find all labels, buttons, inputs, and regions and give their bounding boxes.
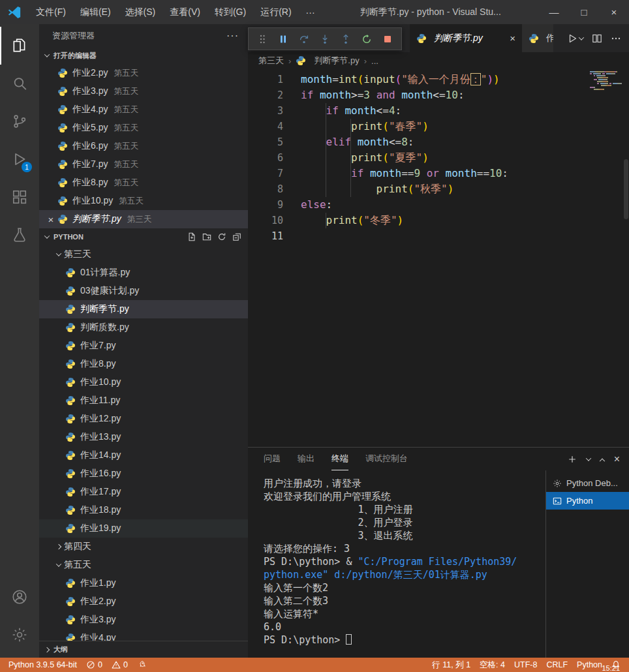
split-editor-button[interactable] [592,33,602,44]
new-terminal-button[interactable] [568,455,577,464]
editor-scrollbar[interactable] [624,159,628,219]
tree-file[interactable]: 作业4.py [39,629,248,641]
new-file-button[interactable] [187,232,196,241]
tree-file[interactable]: 作业3.py [39,611,248,629]
code-text[interactable]: print("秋季") [301,181,453,197]
activity-extensions[interactable] [0,178,39,216]
terminal-list-item[interactable]: Python Deb... [546,474,629,492]
tree-file[interactable]: 作业11.py [39,391,248,410]
panel-tab[interactable]: 问题 [264,448,281,470]
open-editor-item[interactable]: 作业7.py第五天 [39,155,248,174]
code-text[interactable]: print("春季") [301,119,429,134]
tree-file[interactable]: 作业12.py [39,410,248,428]
menu-item[interactable]: 选择(S) [118,0,163,24]
new-folder-button[interactable] [202,232,211,241]
tree-file[interactable]: 03健康计划.py [39,282,248,300]
sidebar-more-actions-button[interactable]: ··· [226,30,239,42]
tree-file[interactable]: 作业16.py [39,465,248,483]
tree-file[interactable]: 作业18.py [39,501,248,519]
menu-item[interactable]: ··· [299,0,322,24]
drag-handle[interactable] [254,31,271,48]
breadcrumb-item[interactable]: ... [371,56,378,66]
tree-file[interactable]: 作业8.py [39,355,248,373]
minimap[interactable] [590,71,626,93]
python-section-header[interactable]: PYTHON [39,228,248,245]
terminal-list-item[interactable]: Python [546,492,629,510]
terminal[interactable]: 用户注册成功，请登录欢迎登录我们的用户管理系统 1、用户注册 2、用户登录 3、… [248,470,545,658]
open-editor-item[interactable]: 作业8.py第五天 [39,174,248,192]
tree-file[interactable]: 作业1.py [39,574,248,592]
close-panel-button[interactable]: × [614,453,620,465]
activity-run-debug[interactable]: 1 [0,140,39,178]
tree-file[interactable]: 作业2.py [39,592,248,611]
tree-file[interactable]: 作业10.py [39,373,248,391]
open-editor-item[interactable]: 作业5.py第五天 [39,119,248,137]
status-launch[interactable] [132,658,151,672]
status-encoding[interactable]: UTF-8 [510,658,542,672]
pause-button[interactable] [275,31,292,48]
status-indentation[interactable]: 空格: 4 [475,658,510,672]
maximize-button[interactable]: □ [569,0,599,24]
menu-item[interactable]: 转到(G) [207,0,253,24]
status-eol[interactable]: CRLF [542,658,572,672]
editor-tab[interactable]: 判断季节.py× [410,24,522,52]
close-button[interactable]: × [599,0,629,24]
collapse-folders-button[interactable] [232,232,241,241]
stop-button[interactable] [379,31,396,48]
open-editor-item[interactable]: 作业2.py第五天 [39,64,248,82]
debug-toolbar[interactable] [248,27,402,50]
tree-file[interactable]: 作业17.py [39,483,248,501]
breadcrumb-item[interactable]: 判断季节.py [296,55,359,67]
tree-file[interactable]: 作业7.py [39,337,248,355]
tree-folder[interactable]: 第五天 [39,556,248,574]
more-actions-button[interactable] [611,33,621,44]
panel-tab[interactable]: 调试控制台 [365,448,408,470]
run-python-file-button[interactable] [567,33,583,44]
open-editor-item[interactable]: 作业6.py第五天 [39,137,248,155]
tree-file[interactable]: 判断质数.py [39,318,248,337]
run-dropdown-icon[interactable] [579,35,584,40]
open-editor-item[interactable]: 作业10.py第五天 [39,192,248,210]
activity-search[interactable] [0,65,39,102]
editor-tab[interactable]: 作 [522,24,553,52]
tree-file[interactable]: 判断季节.py [39,300,248,318]
activity-testing[interactable] [0,216,39,254]
status-errors[interactable]: 0 [82,658,107,672]
code-text[interactable]: elif month<=8: [301,134,414,150]
activity-explorer[interactable] [0,27,39,65]
panel-tab[interactable]: 输出 [298,448,314,470]
code-text[interactable]: print("夏季") [301,150,429,166]
code-text[interactable]: month=int(input("输入一个月份：")) [301,72,500,87]
close-icon[interactable]: × [44,214,57,225]
activity-source-control[interactable] [0,102,39,140]
code-text[interactable]: if month>=3 and month<=10: [301,87,465,103]
code-editor[interactable]: 1month=int(input("输入一个月份："))2if month>=3… [248,69,629,447]
menu-item[interactable]: 文件(F) [29,0,73,24]
outline-section-header[interactable]: 大纲 [39,641,248,658]
menu-item[interactable]: 运行(R) [253,0,298,24]
open-editors-header[interactable]: 打开的编辑器 [39,47,248,64]
open-editor-item[interactable]: 作业4.py第五天 [39,100,248,119]
refresh-explorer-button[interactable] [217,232,226,241]
code-text[interactable]: if month<=4: [301,103,401,119]
tree-file[interactable]: 作业19.py [39,519,248,538]
tree-folder[interactable]: 第四天 [39,538,248,556]
code-text[interactable]: if month==9 or month==10: [301,166,508,181]
menu-item[interactable]: 查看(V) [162,0,207,24]
step-over-button[interactable] [296,31,313,48]
activity-account[interactable] [0,578,39,616]
step-into-button[interactable] [316,31,333,48]
code-text[interactable]: print("冬季") [301,213,403,228]
tree-file[interactable]: 作业13.py [39,428,248,446]
code-text[interactable]: else: [301,197,332,213]
status-python-version[interactable]: Python 3.9.5 64-bit [4,658,82,672]
maximize-panel-button[interactable] [599,458,604,463]
terminal-dropdown-icon[interactable] [585,455,591,461]
status-warnings[interactable]: 0 [107,658,132,672]
tree-file[interactable]: 作业14.py [39,446,248,465]
restart-button[interactable] [358,31,375,48]
menu-item[interactable]: 编辑(E) [73,0,118,24]
tree-file[interactable]: 01计算器.py [39,264,248,282]
step-out-button[interactable] [337,31,354,48]
open-editor-item[interactable]: ×判断季节.py第三天 [39,210,248,228]
